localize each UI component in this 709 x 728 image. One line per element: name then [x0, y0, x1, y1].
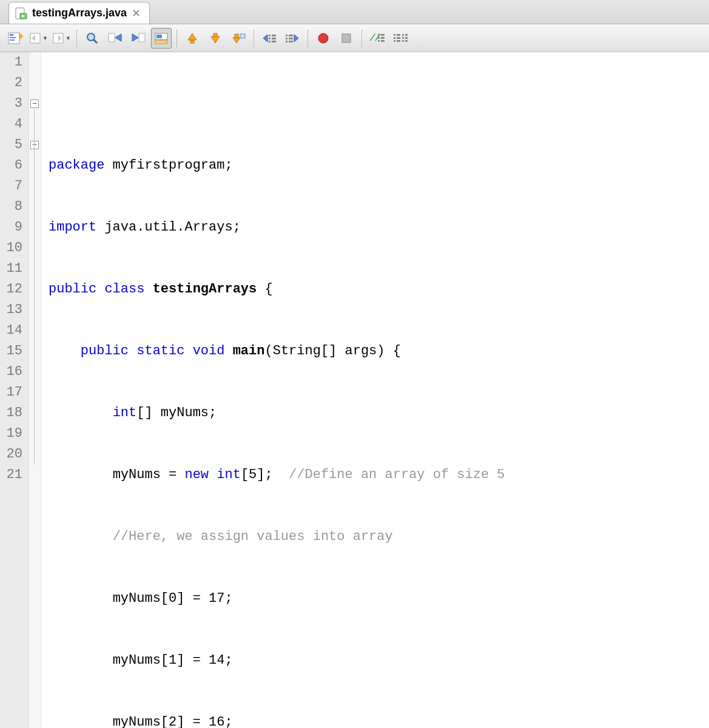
macro-stop-icon[interactable]: [336, 28, 357, 49]
code-line: myNums[0] = 17;: [49, 588, 505, 609]
svg-marker-28: [263, 35, 267, 42]
source-icon[interactable]: [5, 28, 25, 49]
svg-rect-48: [381, 34, 385, 36]
history-forward-icon[interactable]: ▼: [51, 28, 72, 49]
code-line: //Here, we assign values into array: [49, 527, 505, 547]
close-tab-icon[interactable]: ✕: [132, 7, 141, 20]
svg-marker-15: [115, 34, 121, 41]
line-number: 6: [0, 155, 26, 176]
svg-rect-20: [155, 41, 167, 44]
prev-occurrence-icon[interactable]: [105, 28, 126, 49]
svg-rect-19: [156, 35, 162, 38]
shift-left-icon[interactable]: [259, 28, 280, 49]
code-line: import java.util.Arrays;: [49, 217, 505, 238]
svg-rect-45: [378, 34, 380, 36]
line-number: 5: [0, 135, 26, 155]
line-number: 17: [0, 382, 26, 403]
prev-bookmark-icon[interactable]: [182, 28, 203, 49]
comment-icon[interactable]: //: [367, 28, 388, 49]
line-number: 1: [0, 52, 26, 73]
svg-rect-27: [240, 34, 245, 38]
svg-rect-50: [381, 40, 385, 42]
svg-rect-26: [235, 34, 238, 38]
toolbar-separator: [176, 29, 177, 47]
code-line: [49, 93, 505, 114]
fold-toggle-icon[interactable]: −: [30, 99, 39, 108]
line-number: 12: [0, 279, 26, 300]
line-number: 8: [0, 197, 26, 217]
svg-rect-29: [269, 35, 270, 36]
svg-marker-7: [19, 33, 23, 40]
code-line: public static void main(String[] args) {: [49, 341, 505, 362]
svg-marker-17: [132, 34, 138, 41]
svg-rect-31: [269, 41, 270, 42]
code-line: int[] myNums;: [49, 403, 505, 423]
shift-right-icon[interactable]: [282, 28, 303, 49]
next-bookmark-icon[interactable]: [205, 28, 226, 49]
svg-rect-41: [289, 41, 293, 42]
svg-rect-61: [405, 37, 408, 39]
code-line: myNums[2] = 16;: [49, 712, 505, 728]
svg-rect-30: [269, 38, 270, 39]
svg-rect-60: [405, 34, 408, 36]
svg-rect-56: [397, 40, 400, 42]
svg-point-42: [318, 33, 328, 43]
svg-rect-43: [342, 34, 351, 42]
svg-rect-14: [109, 33, 115, 42]
toggle-bookmark-icon[interactable]: [228, 28, 249, 49]
file-tab-label: testingArrays.java: [32, 7, 127, 19]
toolbar-separator: [361, 29, 362, 47]
svg-rect-34: [272, 41, 276, 42]
line-number: 21: [0, 465, 26, 485]
line-number: 18: [0, 403, 26, 423]
toolbar-separator: [76, 29, 77, 47]
toolbar-separator: [307, 29, 308, 47]
svg-rect-33: [272, 38, 276, 39]
svg-rect-47: [378, 40, 380, 42]
line-number: 9: [0, 217, 26, 238]
uncomment-icon[interactable]: [390, 28, 411, 49]
svg-rect-6: [10, 39, 15, 41]
line-number: 2: [0, 73, 26, 93]
line-number: 15: [0, 341, 26, 362]
code-lines[interactable]: package myfirstprogram; import java.util…: [41, 52, 505, 728]
svg-rect-62: [405, 40, 408, 42]
line-number: 11: [0, 258, 26, 279]
java-file-icon: [15, 7, 27, 19]
svg-rect-37: [286, 38, 287, 39]
line-number: 10: [0, 238, 26, 258]
code-editor[interactable]: 1 2 3 4 5 6 7 8 9 10 11 12 13 14 15 16 1…: [0, 52, 709, 728]
svg-rect-39: [289, 35, 293, 36]
file-tab[interactable]: testingArrays.java ✕: [8, 2, 150, 24]
svg-rect-32: [272, 35, 276, 36]
svg-rect-54: [397, 34, 400, 36]
svg-rect-59: [402, 40, 404, 42]
svg-line-13: [93, 39, 97, 43]
fold-toggle-icon[interactable]: −: [30, 141, 39, 149]
code-line: myNums = new int[5]; //Define an array o…: [49, 465, 505, 485]
svg-marker-25: [233, 38, 240, 43]
svg-rect-5: [10, 37, 16, 38]
line-number: 7: [0, 176, 26, 197]
line-number: 14: [0, 320, 26, 341]
macro-record-icon[interactable]: [313, 28, 334, 49]
svg-rect-22: [190, 40, 194, 43]
svg-rect-57: [402, 34, 404, 36]
svg-rect-36: [286, 35, 287, 36]
svg-rect-58: [402, 37, 404, 39]
svg-rect-53: [394, 40, 395, 42]
svg-rect-51: [394, 34, 395, 36]
find-icon[interactable]: [82, 28, 102, 49]
line-number: 19: [0, 423, 26, 444]
history-back-icon[interactable]: ▼: [28, 28, 49, 49]
tab-bar: testingArrays.java ✕: [0, 0, 709, 24]
svg-rect-16: [139, 33, 145, 42]
svg-rect-38: [286, 41, 287, 42]
code-line: package myfirstprogram;: [49, 155, 505, 176]
toggle-highlight-icon[interactable]: [151, 28, 172, 49]
next-occurrence-icon[interactable]: [128, 28, 149, 49]
svg-rect-49: [381, 37, 385, 39]
svg-rect-24: [213, 33, 217, 36]
line-number-gutter: 1 2 3 4 5 6 7 8 9 10 11 12 13 14 15 16 1…: [0, 52, 29, 728]
fold-guide: [34, 109, 35, 465]
